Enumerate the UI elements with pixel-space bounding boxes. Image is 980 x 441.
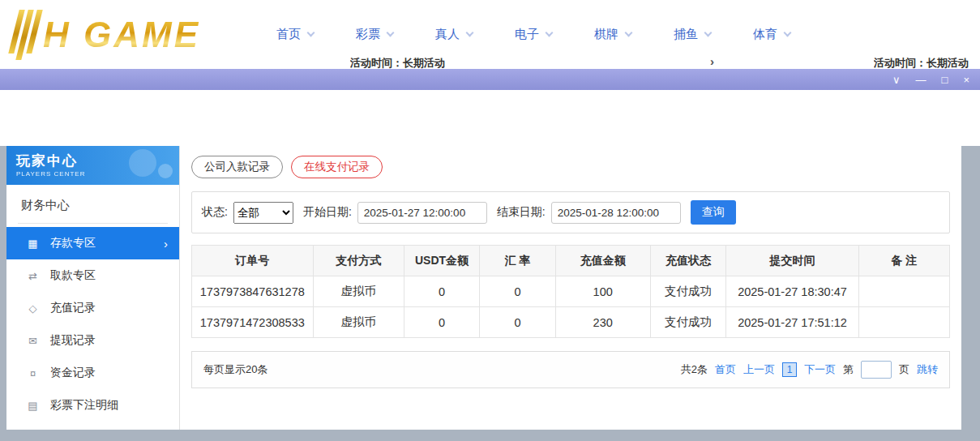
status-select[interactable]: 全部: [233, 202, 293, 224]
cell-pay-method: 虚拟币: [313, 307, 404, 338]
window-close-icon[interactable]: ×: [963, 75, 969, 85]
player-center-panel: 玩家中心 PLAYERS CENTER 财务中心 ▦ 存款专区 › ⇄ 取款专区…: [6, 146, 961, 430]
filter-bar: 状态: 全部 开始日期: 结束日期: 查询: [191, 191, 950, 233]
table-header-cell: 订单号: [192, 246, 314, 276]
jump-label-pre: 第: [843, 362, 854, 377]
next-page-link[interactable]: 下一页: [804, 362, 836, 377]
nav-item[interactable]: 棋牌: [594, 27, 631, 42]
sidebar-item-icon: ◇: [26, 302, 40, 315]
nav-item-label: 真人: [435, 27, 460, 42]
cell-amount: 100: [555, 276, 650, 307]
current-page-indicator[interactable]: 1: [782, 362, 797, 377]
table-header-row: 订单号支付方式USDT金额汇 率充值金额充值状态提交时间备 注: [192, 246, 950, 276]
brand-logo[interactable]: H GAME: [13, 10, 244, 60]
table-body: 1737973847631278 虚拟币 0 0 100 支付成功 2025-0…: [192, 276, 950, 338]
nav-item[interactable]: 捕鱼: [674, 27, 711, 42]
nav-item[interactable]: 彩票: [356, 27, 393, 42]
sidebar-item-label: 资金记录: [50, 366, 168, 380]
window-dropdown-icon[interactable]: ∨: [892, 75, 901, 85]
chevron-right-icon: ›: [164, 237, 168, 250]
window-titlebar[interactable]: ∨ — □ ×: [0, 69, 980, 90]
sidebar-item-icon: ▦: [26, 238, 40, 250]
sidebar-item-label: 充值记录: [50, 301, 168, 315]
nav-item-label: 首页: [276, 27, 301, 42]
sidebar-item-icon: ⇄: [26, 270, 40, 282]
sidebar-item-label: 存款专区: [50, 236, 164, 250]
sidebar-header: 玩家中心 PLAYERS CENTER: [6, 146, 179, 185]
cell-submit-time: 2025-01-27 17:51:12: [726, 307, 859, 338]
sidebar-item-label: 取款专区: [50, 268, 168, 283]
cell-status: 支付成功: [650, 276, 726, 307]
sidebar-item-label: 提现记录: [50, 333, 168, 348]
nav-item[interactable]: 首页: [276, 27, 314, 42]
cell-usdt-amount: 0: [404, 307, 480, 338]
records-table: 订单号支付方式USDT金额汇 率充值金额充值状态提交时间备 注 17379738…: [191, 245, 950, 338]
cell-pay-method: 虚拟币: [313, 276, 404, 307]
cell-rate: 0: [480, 276, 556, 307]
pagination-bar: 每页显示20条 共2条 首页 上一页 1 下一页 第 页 跳转: [191, 351, 950, 388]
main-content: 公司入款记录在线支付记录 状态: 全部 开始日期: 结束日期: 查询: [180, 146, 961, 430]
cell-remark: [858, 276, 949, 307]
chevron-down-icon: [387, 29, 395, 37]
chevron-down-icon: [625, 29, 633, 37]
prev-page-link[interactable]: 上一页: [743, 362, 775, 377]
table-header-cell: 支付方式: [313, 246, 404, 276]
tab-button[interactable]: 公司入款记录: [191, 156, 283, 178]
sidebar-item[interactable]: ◇ 充值记录: [6, 292, 179, 324]
sidebar-menu: ▦ 存款专区 › ⇄ 取款专区 ◇ 充值记录 ✉ 提现记录: [6, 227, 179, 422]
jump-link[interactable]: 跳转: [917, 362, 938, 377]
background-carousel-arrow-icon: ›: [710, 54, 714, 67]
nav-item[interactable]: 电子: [515, 27, 552, 42]
table-header-cell: USDT金额: [404, 246, 480, 276]
nav-item-label: 电子: [515, 27, 539, 42]
sidebar-subtitle: PLAYERS CENTER: [16, 170, 169, 178]
page-jump-input[interactable]: [861, 361, 892, 379]
sidebar-item[interactable]: ⇄ 取款专区: [6, 259, 179, 292]
end-date-label: 结束日期:: [497, 205, 546, 220]
main-nav: 首页 彩票 真人 电子 棋牌 捕鱼 体育: [276, 27, 790, 42]
chevron-down-icon: [307, 29, 315, 37]
cell-submit-time: 2025-01-27 18:30:47: [726, 276, 859, 307]
nav-item[interactable]: 真人: [435, 27, 473, 42]
per-page-label: 每页显示20条: [203, 362, 267, 377]
nav-item-label: 棋牌: [594, 27, 618, 42]
background-activity-text: 活动时间：长期活动: [874, 56, 969, 69]
table-header-cell: 充值状态: [650, 246, 726, 276]
end-date-input[interactable]: [551, 202, 681, 224]
nav-item[interactable]: 体育: [753, 27, 790, 42]
sidebar-item-icon: ¤: [26, 367, 40, 379]
cell-rate: 0: [480, 307, 556, 338]
cell-status: 支付成功: [650, 307, 726, 338]
status-label: 状态:: [202, 205, 228, 220]
nav-item-label: 彩票: [356, 27, 380, 42]
chevron-down-icon: [704, 29, 713, 37]
table-header-cell: 充值金额: [555, 246, 650, 276]
nav-item-label: 体育: [753, 27, 777, 42]
nav-item-label: 捕鱼: [674, 27, 698, 42]
cell-usdt-amount: 0: [404, 276, 480, 307]
query-button[interactable]: 查询: [691, 200, 736, 225]
cell-amount: 230: [555, 307, 650, 338]
chevron-down-icon: [784, 29, 792, 37]
window-maximize-icon[interactable]: □: [942, 75, 948, 85]
sidebar-item[interactable]: ▤ 彩票下注明细: [6, 389, 179, 422]
sidebar-title: 玩家中心: [16, 152, 169, 170]
sidebar-item[interactable]: ¤ 资金记录: [6, 357, 179, 389]
tab-button[interactable]: 在线支付记录: [291, 156, 383, 178]
sidebar-item-label: 彩票下注明细: [50, 398, 168, 413]
cell-remark: [858, 307, 949, 338]
pager: 共2条 首页 上一页 1 下一页 第 页 跳转: [681, 361, 938, 379]
sidebar-item-icon: ▤: [26, 400, 40, 412]
sidebar-section-label: 财务中心: [18, 193, 168, 224]
start-date-input[interactable]: [357, 202, 487, 224]
first-page-link[interactable]: 首页: [715, 362, 736, 377]
window-minimize-icon[interactable]: —: [916, 75, 927, 85]
cell-order-no: 1737973847631278: [192, 276, 314, 307]
logo-text: H GAME: [43, 15, 200, 55]
page: H GAME 首页 彩票 真人 电子 棋牌 捕鱼 体育: [0, 0, 980, 441]
sidebar-item[interactable]: ▦ 存款专区 ›: [6, 227, 179, 259]
sidebar-item-icon: ✉: [26, 335, 40, 347]
sidebar-item[interactable]: ✉ 提现记录: [6, 324, 179, 357]
content-frame: 玩家中心 PLAYERS CENTER 财务中心 ▦ 存款专区 › ⇄ 取款专区…: [0, 146, 980, 441]
logo-bars-icon: [6, 10, 42, 60]
